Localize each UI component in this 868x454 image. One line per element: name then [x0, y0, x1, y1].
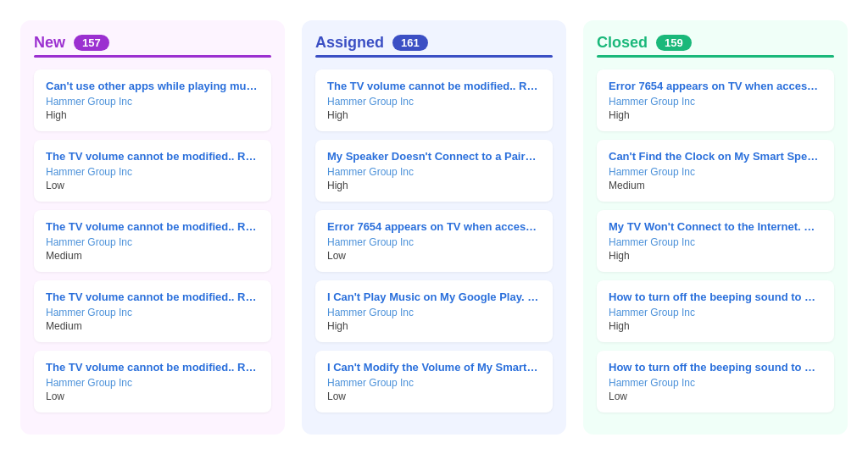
ticket-priority-new-4: Low [46, 390, 259, 402]
ticket-priority-assigned-4: Low [327, 390, 541, 402]
column-closed: Closed159Error 7654 appears on TV when a… [583, 20, 848, 435]
ticket-company-closed-4: Hammer Group Inc [609, 377, 822, 389]
ticket-card-new-4[interactable]: The TV volume cannot be modified.. Refer… [34, 351, 271, 412]
ticket-title-closed-3: How to turn off the beeping sound to mod… [609, 291, 822, 303]
ticket-priority-closed-2: High [609, 250, 822, 262]
ticket-priority-assigned-1: High [327, 180, 541, 191]
ticket-priority-closed-1: Medium [609, 180, 822, 191]
ticket-title-new-3: The TV volume cannot be modified.. Refer… [46, 291, 259, 303]
ticket-priority-assigned-2: Low [327, 250, 541, 262]
ticket-company-new-2: Hammer Group Inc [46, 236, 259, 248]
ticket-company-new-4: Hammer Group Inc [46, 377, 259, 389]
column-closed-title: Closed [597, 34, 648, 52]
column-closed-divider [597, 55, 834, 58]
ticket-title-assigned-3: I Can't Play Music on My Google Play. Re… [327, 291, 541, 303]
kanban-board: New157Can't use other apps while playing… [20, 20, 848, 435]
ticket-company-closed-1: Hammer Group Inc [609, 166, 822, 178]
column-new-badge: 157 [74, 35, 109, 51]
ticket-priority-assigned-3: High [327, 320, 541, 332]
column-new: New157Can't use other apps while playing… [20, 20, 285, 435]
ticket-card-closed-2[interactable]: My TV Won't Connect to the Internet. Ref… [597, 210, 834, 272]
ticket-title-new-2: The TV volume cannot be modified.. Refer… [46, 220, 259, 233]
column-assigned-divider [315, 55, 553, 58]
ticket-title-assigned-0: The TV volume cannot be modified.. Refer… [327, 80, 541, 92]
ticket-company-assigned-0: Hammer Group Inc [327, 96, 541, 108]
ticket-company-assigned-1: Hammer Group Inc [327, 166, 541, 178]
ticket-company-new-0: Hammer Group Inc [46, 96, 259, 108]
column-assigned: Assigned161The TV volume cannot be modif… [302, 20, 566, 435]
ticket-card-closed-0[interactable]: Error 7654 appears on TV when accessing … [597, 69, 834, 131]
ticket-company-assigned-4: Hammer Group Inc [327, 377, 541, 389]
ticket-title-new-4: The TV volume cannot be modified.. Refer… [46, 361, 259, 374]
ticket-priority-closed-3: High [609, 320, 822, 332]
ticket-company-new-3: Hammer Group Inc [46, 307, 259, 318]
ticket-company-closed-3: Hammer Group Inc [609, 307, 822, 318]
ticket-card-assigned-0[interactable]: The TV volume cannot be modified.. Refer… [315, 69, 553, 131]
ticket-title-new-1: The TV volume cannot be modified.. Refer… [46, 150, 259, 163]
column-new-title: New [34, 34, 65, 52]
ticket-priority-new-0: High [46, 109, 259, 121]
column-assigned-badge: 161 [392, 35, 428, 51]
ticket-title-closed-1: Can't Find the Clock on My Smart Speaker… [609, 150, 822, 163]
ticket-priority-new-2: Medium [46, 250, 259, 262]
ticket-title-assigned-1: My Speaker Doesn't Connect to a Paired D… [327, 150, 541, 163]
ticket-card-assigned-2[interactable]: Error 7654 appears on TV when accessing … [315, 210, 553, 272]
ticket-company-assigned-2: Hammer Group Inc [327, 236, 541, 248]
ticket-card-assigned-1[interactable]: My Speaker Doesn't Connect to a Paired D… [315, 140, 553, 202]
ticket-title-assigned-2: Error 7654 appears on TV when accessing … [327, 220, 541, 233]
ticket-title-closed-0: Error 7654 appears on TV when accessing … [609, 80, 822, 92]
ticket-card-new-1[interactable]: The TV volume cannot be modified.. Refer… [34, 140, 271, 202]
column-assigned-header: Assigned161 [315, 34, 553, 52]
ticket-title-new-0: Can't use other apps while playing music… [46, 80, 259, 92]
ticket-company-assigned-3: Hammer Group Inc [327, 307, 541, 318]
column-assigned-title: Assigned [315, 34, 384, 52]
ticket-card-closed-3[interactable]: How to turn off the beeping sound to mod… [597, 280, 834, 342]
ticket-card-assigned-3[interactable]: I Can't Play Music on My Google Play. Re… [315, 280, 553, 342]
ticket-priority-closed-0: High [609, 109, 822, 121]
ticket-priority-assigned-0: High [327, 109, 541, 121]
ticket-priority-new-3: Medium [46, 320, 259, 332]
ticket-card-new-3[interactable]: The TV volume cannot be modified.. Refer… [34, 280, 271, 342]
ticket-title-closed-4: How to turn off the beeping sound to mod… [609, 361, 822, 374]
ticket-card-new-2[interactable]: The TV volume cannot be modified.. Refer… [34, 210, 271, 272]
ticket-card-closed-4[interactable]: How to turn off the beeping sound to mod… [597, 351, 834, 412]
column-new-divider [34, 55, 271, 58]
ticket-company-closed-0: Hammer Group Inc [609, 96, 822, 108]
column-closed-badge: 159 [656, 35, 692, 51]
column-new-header: New157 [34, 34, 271, 52]
column-closed-header: Closed159 [597, 34, 834, 52]
ticket-priority-new-1: Low [46, 180, 259, 191]
ticket-company-closed-2: Hammer Group Inc [609, 236, 822, 248]
ticket-title-assigned-4: I Can't Modify the Volume of My Smart Sp… [327, 361, 541, 374]
ticket-company-new-1: Hammer Group Inc [46, 166, 259, 178]
ticket-card-new-0[interactable]: Can't use other apps while playing music… [34, 69, 271, 131]
ticket-card-closed-1[interactable]: Can't Find the Clock on My Smart Speaker… [597, 140, 834, 202]
ticket-card-assigned-4[interactable]: I Can't Modify the Volume of My Smart Sp… [315, 351, 553, 412]
ticket-title-closed-2: My TV Won't Connect to the Internet. Ref… [609, 220, 822, 233]
ticket-priority-closed-4: Low [609, 390, 822, 402]
